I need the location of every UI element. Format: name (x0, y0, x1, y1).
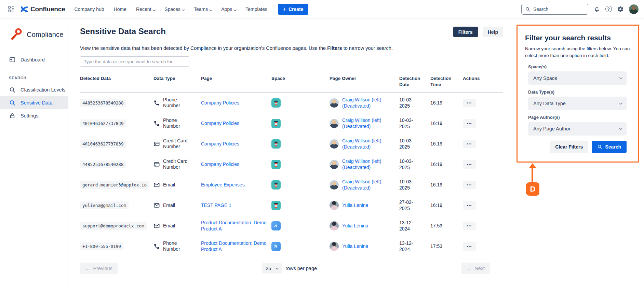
page-owner-link[interactable]: Craig Willson (left) (Deactivated) (342, 179, 393, 191)
page-author-filter-select[interactable]: Any Page Author (528, 122, 627, 136)
data-type-filter-select[interactable]: Any Data Type (528, 97, 627, 110)
chevron-down-icon (153, 8, 156, 11)
page-owner-link[interactable]: Yulia Lenina (342, 202, 368, 208)
detection-time: 16:19 (430, 121, 463, 126)
global-search-input[interactable] (533, 6, 581, 12)
global-search-box[interactable] (521, 4, 588, 15)
phone-icon (153, 100, 160, 106)
row-actions-button[interactable]: ••• (463, 160, 476, 169)
row-actions-button[interactable]: ••• (463, 201, 476, 210)
sidebar-item-dashboard[interactable]: Dashboard (0, 53, 68, 66)
owner-avatar (330, 139, 339, 149)
page-owner-link[interactable]: Craig Willson (left) (Deactivated) (342, 97, 393, 109)
page-owner-link[interactable]: Yulia Lenina (342, 243, 368, 249)
owner-avatar (330, 221, 339, 230)
user-avatar[interactable] (629, 4, 639, 14)
nav-item-templates[interactable]: Templates (242, 4, 271, 15)
page-description: View the sensitive data that has been de… (80, 45, 503, 51)
sidebar-item-classification-levels[interactable]: Classification Levels (0, 83, 68, 96)
detection-date: 10-03-2025 (399, 138, 430, 151)
detection-time: 16:19 (430, 162, 463, 167)
create-button[interactable]: + Create (278, 4, 308, 15)
page-owner-link[interactable]: Yulia Lenina (342, 223, 368, 229)
nav-item-recent[interactable]: Recent (132, 4, 159, 15)
sidebar-item-sensitive-data[interactable]: Sensitive Data (0, 96, 68, 109)
column-header-detected-data: Detected Data (80, 75, 153, 88)
chevron-down-icon (234, 8, 237, 11)
table-row: +1-800-555-0199 Phone Number Product Doc… (80, 236, 503, 256)
row-actions-button[interactable]: ••• (463, 119, 476, 128)
detection-date: 10-03-2025 (399, 158, 430, 171)
nav-item-apps[interactable]: Apps (217, 4, 240, 15)
filter-search-button[interactable]: Search (592, 141, 627, 153)
nav-item-company-hub[interactable]: Company hub (70, 4, 108, 15)
page-title: Sensitive Data Search (80, 27, 166, 36)
help-button[interactable]: Help (483, 27, 503, 37)
plus-icon: + (283, 6, 286, 12)
chevron-down-icon (276, 267, 279, 269)
table-search-input[interactable] (80, 56, 189, 67)
app-switcher-icon[interactable] (5, 3, 17, 15)
detected-data-value: 4010463627737839 (80, 140, 126, 148)
column-header-page: Page (201, 75, 271, 88)
page-owner-link[interactable]: Craig Willson (left) (Deactivated) (342, 117, 393, 129)
clear-filters-button[interactable]: Clear Filters (550, 141, 588, 153)
column-header-detection-date: Detection Date (399, 75, 430, 88)
page-link[interactable]: Employee Expenses (201, 182, 245, 188)
row-actions-button[interactable]: ••• (463, 99, 476, 107)
previous-page-button[interactable]: ← Previous (80, 263, 118, 274)
detection-time: 17:53 (430, 223, 463, 228)
data-type-label: Phone Number (163, 117, 192, 129)
help-icon[interactable]: ? (605, 6, 612, 12)
page-author-filter-label: Page Author(s) (528, 115, 627, 120)
table-row: yuliena@gmail.com Email TEST PAGE 1 Yuli… (80, 195, 503, 215)
page-link[interactable]: Company Policies (201, 161, 239, 167)
table-row: gerard.meunier3@appfox.io Email Employee… (80, 174, 503, 195)
confluence-logo[interactable]: Confluence (19, 5, 68, 13)
top-navbar: Confluence Company hub Home Recent Space… (0, 0, 644, 18)
page-owner-link[interactable]: Craig Willson (left) (Deactivated) (342, 158, 393, 170)
rows-per-page-select[interactable]: 25 (262, 263, 282, 274)
page-link[interactable]: Company Policies (201, 100, 239, 106)
sidebar-item-settings[interactable]: Settings (0, 109, 68, 122)
detection-time: 16:19 (430, 141, 463, 146)
nav-item-spaces[interactable]: Spaces (161, 4, 188, 15)
data-type-label: Email (163, 223, 175, 229)
email-icon (153, 182, 160, 188)
detection-date: 27-02-2025 (399, 199, 430, 212)
detected-data-value: yuliena@gmail.com (80, 201, 129, 209)
row-actions-button[interactable]: ••• (463, 222, 476, 230)
chevron-down-icon (182, 8, 185, 11)
rows-per-page-label: rows per page (285, 266, 317, 271)
data-type-label: Credit Card Number (163, 138, 192, 150)
page-link[interactable]: Company Policies (201, 120, 239, 126)
page-link[interactable]: Company Policies (201, 141, 239, 147)
data-type-label: Phone Number (163, 240, 192, 252)
main-content: Sensitive Data Search Filters Help View … (68, 18, 513, 294)
coffee-space-icon (271, 201, 281, 210)
page-link[interactable]: TEST PAGE 1 (201, 202, 231, 208)
filter-panel-title: Filter your search results (525, 34, 630, 42)
next-page-button[interactable]: → Next (461, 263, 490, 274)
notifications-bell-icon[interactable] (593, 6, 600, 13)
data-type-label: Email (163, 182, 175, 188)
credit-card-icon (153, 161, 160, 168)
nav-item-teams[interactable]: Teams (190, 4, 215, 15)
plane-space-icon: ✈ (271, 242, 281, 251)
table-row: 4485253678540288 Credit Card Number Comp… (80, 154, 503, 174)
table-header-row: Detected Data Data Type Page Space Page … (80, 75, 503, 93)
page-link[interactable]: Product Documentation: Demo Product A (201, 220, 267, 232)
row-actions-button[interactable]: ••• (463, 242, 476, 251)
page-link[interactable]: Product Documentation: Demo Product A (201, 240, 267, 252)
detected-data-value: 4485253678540288 (80, 160, 126, 168)
nav-item-home[interactable]: Home (110, 4, 130, 15)
spaces-filter-select[interactable]: Any Space (528, 71, 627, 85)
chevron-down-icon (210, 8, 212, 11)
filters-button[interactable]: Filters (453, 27, 478, 37)
credit-card-icon (153, 141, 160, 147)
detected-data-value: 4485253678540288 (80, 99, 126, 107)
row-actions-button[interactable]: ••• (463, 181, 476, 189)
page-owner-link[interactable]: Craig Willson (left) (Deactivated) (342, 138, 393, 150)
row-actions-button[interactable]: ••• (463, 140, 476, 148)
settings-gear-icon[interactable] (617, 6, 624, 13)
